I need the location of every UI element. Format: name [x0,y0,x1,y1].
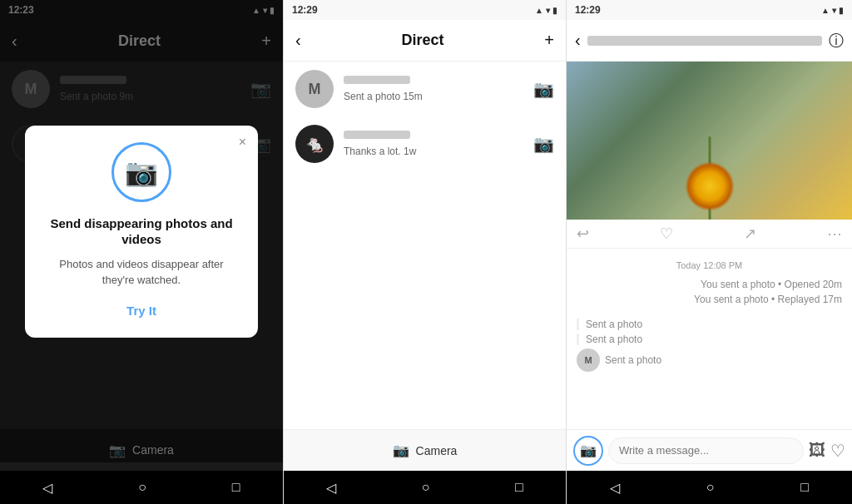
conv-subtitle: Sent a photo 15m [344,91,423,102]
info-button[interactable]: ⓘ [829,31,844,51]
modal-title: Send disappearing photos and videos [45,215,238,248]
message-row: M Sent a photo [577,348,842,372]
modal-overlay: × 📷 Send disappearing photos and videos … [0,0,283,462]
camera-icon: 📷 [580,442,597,458]
reaction-button[interactable]: ↩ [577,225,589,243]
photo-message [567,62,852,220]
camera-label-2[interactable]: Camera [416,444,458,457]
time-2: 12:29 [292,4,318,16]
panel-light-direct: 12:29 ▲ ▾ ▮ ‹ Direct + M Sent a photo 15… [283,0,566,504]
message-item: Sent a photo [605,354,661,366]
disappearing-photos-modal: × 📷 Send disappearing photos and videos … [25,126,258,338]
modal-camera-circle: 📷 [111,142,171,202]
recents-nav-button[interactable]: □ [515,480,523,495]
top-bar-3: ‹ ⓘ [567,20,852,62]
back-nav-button[interactable]: ◁ [326,480,336,496]
back-nav-button[interactable]: ◁ [610,480,620,496]
top-bar-2: ‹ Direct + [284,20,566,62]
status-icons-2: ▲ ▾ ▮ [535,6,557,15]
back-button-3[interactable]: ‹ [575,31,581,50]
page-title-2: Direct [401,32,443,49]
status-icons-3: ▲ ▾ ▮ [821,6,844,15]
reaction-button[interactable]: ⋯ [827,225,842,243]
empty-space [284,245,566,429]
avatar: M [577,348,600,372]
android-nav-1: ◁ ○ □ [0,471,283,504]
reaction-button[interactable]: ↗ [744,225,756,243]
recents-nav-button[interactable]: □ [232,480,240,495]
conversation-list-2: M Sent a photo 15m 📷 🐁 Thanks a lot. 1w … [284,62,566,245]
chat-content: ↩ ♡ ↗ ⋯ Today 12:08 PM You sent a photo … [567,62,852,429]
reaction-button[interactable]: ♡ [660,225,673,243]
avatar: M [295,70,334,108]
date-label: Today 12:08 PM [577,260,842,270]
camera-icon: 📷 [125,156,158,188]
chat-input-bar: 📷 🖼 ♡ [567,429,852,471]
home-nav-button[interactable]: ○ [422,480,430,495]
conv-subtitle: Thanks a lot. 1w [344,146,416,157]
spacer [577,309,842,315]
message-item: Sent a photo [577,334,842,345]
signal-icon: ▲ [821,6,830,15]
camera-icon: 📷 [393,442,409,458]
camera-bottom-bar-2: 📷 Camera [284,429,566,471]
modal-close-button[interactable]: × [239,136,246,149]
wifi-icon: ▾ [546,6,550,15]
home-nav-button[interactable]: ○ [138,480,146,495]
camera-icon: 📷 [533,134,554,154]
message-input[interactable] [608,437,804,464]
gallery-button[interactable]: 🖼 [809,441,825,460]
back-nav-button[interactable]: ◁ [42,480,52,496]
new-message-button-2[interactable]: + [544,31,554,50]
android-nav-2: ◁ ○ □ [284,471,566,504]
try-it-button[interactable]: Try It [45,304,238,318]
home-nav-button[interactable]: ○ [706,480,715,495]
android-nav-3: ◁ ○ □ [567,471,852,504]
panel-chat: 12:29 ▲ ▾ ▮ ‹ ⓘ ↩ ♡ ↗ ⋯ Today 12:08 PM Y… [566,0,852,504]
wifi-icon: ▾ [832,6,836,15]
camera-icon: 📷 [533,79,554,99]
recents-nav-button[interactable]: □ [800,480,809,495]
avatar: 🐁 [295,125,334,163]
heart-button[interactable]: ♡ [830,441,845,461]
modal-description: Photos and videos disappear after they'r… [45,256,238,289]
message-item: You sent a photo • Replayed 17m [577,294,842,305]
status-bar-2: 12:29 ▲ ▾ ▮ [284,0,566,20]
battery-icon: ▮ [552,6,557,15]
message-item: Sent a photo [577,319,842,330]
conv-info: Thanks a lot. 1w [344,131,523,158]
list-item[interactable]: M Sent a photo 15m 📷 [284,62,566,116]
conv-name-bar [344,76,410,84]
conv-info: Sent a photo 15m [344,76,523,103]
list-item[interactable]: 🐁 Thanks a lot. 1w 📷 [284,116,566,171]
recipient-name [587,36,822,46]
message-item: You sent a photo • Opened 20m [577,279,842,290]
panel-dark-direct: 12:23 ▲ ▾ ▮ ‹ Direct + M Sent a photo 9m… [0,0,283,504]
time-3: 12:29 [575,4,601,16]
flower-stem [708,136,711,220]
signal-icon: ▲ [535,6,543,15]
conv-name-bar [344,131,410,139]
message-list: Today 12:08 PM You sent a photo • Opened… [567,249,852,429]
status-bar-3: 12:29 ▲ ▾ ▮ [567,0,852,20]
battery-icon: ▮ [839,6,844,15]
back-button-2[interactable]: ‹ [295,31,301,50]
reaction-row: ↩ ♡ ↗ ⋯ [567,220,852,249]
disappearing-camera-button[interactable]: 📷 [573,436,603,466]
